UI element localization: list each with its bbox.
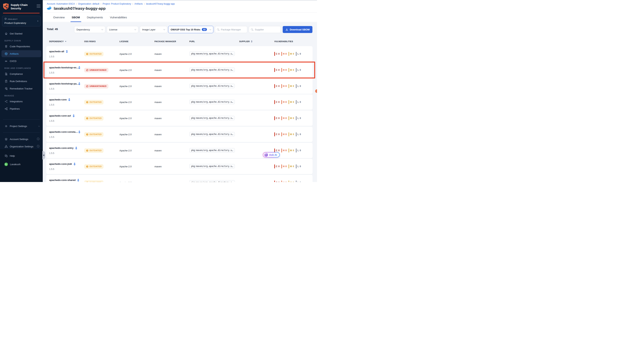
package-manager-input[interactable] xyxy=(221,28,245,31)
sidebar-item-rule-definitions[interactable]: Rule Definitions xyxy=(2,78,41,85)
dependency-name[interactable]: apacheds-bootstrap-ex… xyxy=(49,66,77,69)
dependency-name[interactable]: apacheds-core-avl xyxy=(49,114,71,117)
purl-chip[interactable]: pkg:maven/org.apache.directory.s… xyxy=(189,84,235,88)
sidebar-item-integrations[interactable]: Integrations xyxy=(2,98,41,105)
brand-divider xyxy=(3,13,40,14)
page-title: lavakush07/easy-buggy-app xyxy=(54,6,106,11)
table-row[interactable]: apacheds-core1.5.5OUTDATEDApache-2.0mave… xyxy=(46,94,312,110)
dependency-name[interactable]: apacheds-all xyxy=(49,50,64,53)
breadcrumb-link[interactable]: Organization: default xyxy=(78,2,99,5)
purl-chip[interactable]: pkg:maven/org.apache.directory.s… xyxy=(189,52,235,56)
severity-m-count: M0 xyxy=(288,148,294,152)
dependency-name[interactable]: apacheds-core-consta… xyxy=(49,130,77,133)
owasp-risks-filter[interactable]: OWASP OSS Top 10 Risks 02 xyxy=(168,26,213,33)
sidebar-item-account-settings[interactable]: Account Settingsⓘ xyxy=(2,136,41,142)
sort-icon xyxy=(251,40,252,42)
column-header-supplier[interactable]: SUPPLIER xyxy=(239,40,274,42)
column-header-dependency[interactable]: DEPENDENCY xyxy=(49,40,84,42)
module-grid-icon[interactable] xyxy=(37,4,40,8)
filter-image-layer[interactable]: Image Layer xyxy=(140,26,167,33)
sidebar-item-label: CI/CD xyxy=(10,60,17,62)
purl-chip[interactable]: pkg:maven/org.apache.directory.s… xyxy=(189,116,235,120)
table-row[interactable]: apacheds-core-avl1.5.5OUTDATEDApache-2.0… xyxy=(46,110,312,126)
package-manager-value: maven xyxy=(154,69,189,72)
tab-deployments[interactable]: Deployments xyxy=(87,12,103,22)
sidebar-item-get-started[interactable]: Get Started xyxy=(2,30,41,37)
severity-l-count: L0 xyxy=(296,84,301,88)
table-row[interactable]: apacheds-core-shared1.5.5OUTDATEDApache-… xyxy=(46,175,312,182)
sidebar-item-artifacts[interactable]: Artifacts xyxy=(2,50,41,57)
oss-risk-badge: OUTDATED xyxy=(84,180,104,182)
sidebar-footer: Help L Lavakush xyxy=(0,150,43,182)
breadcrumb-link[interactable]: Project: Product Exploratory xyxy=(103,2,131,5)
breadcrumb-link[interactable]: lavakush07/easy-buggy-app xyxy=(146,2,175,5)
purl-chip[interactable]: pkg:maven/org.apache.directory.s… xyxy=(189,148,235,152)
sidebar-item-help[interactable]: Help xyxy=(2,152,41,159)
sidebar-item-project-settings[interactable]: Project Settings› xyxy=(2,122,41,130)
column-label: VULNERABILITIES xyxy=(274,40,293,42)
sidebar-item-label: Account Settings xyxy=(10,138,28,140)
table-row[interactable]: apacheds-bootstrap-ex…1.5.5UNMAINTAINEDA… xyxy=(46,62,312,78)
purl-chip[interactable]: pkg:maven/org.apache.directory.s… xyxy=(189,180,235,182)
download-icon xyxy=(285,28,288,31)
sidebar: Supply Chain Security PROJECT Product Ex… xyxy=(0,0,43,182)
sidebar-item-label: Compliance xyxy=(10,72,23,75)
table-row[interactable]: apacheds-bootstrap-pa…1.5.5UNMAINTAINEDA… xyxy=(46,78,312,94)
image-layers-icon xyxy=(78,66,81,69)
severity-m-count: M0 xyxy=(288,84,294,88)
oss-risk-badge: OUTDATED xyxy=(84,52,104,56)
dependency-version: 1.5.5 xyxy=(49,136,84,138)
table-row[interactable]: apacheds-all1.5.5OUTDATEDApache-2.0maven… xyxy=(46,46,312,62)
table-row[interactable]: apacheds-core-consta…1.5.5OUTDATEDApache… xyxy=(46,127,312,142)
column-label: DEPENDENCY xyxy=(49,40,64,42)
breadcrumb-link[interactable]: Artifacts xyxy=(134,2,143,5)
project-cube-icon xyxy=(5,18,7,21)
purl-chip[interactable]: pkg:maven/org.apache.directory.s… xyxy=(189,164,235,168)
sidebar-item-remediation-tracker[interactable]: Remediation Tracker xyxy=(2,85,41,92)
filter-bar: DependencyLicenseImage Layer xyxy=(74,26,167,33)
sidebar-collapse-handle[interactable] xyxy=(42,151,45,160)
project-selector[interactable]: PROJECT Product Exploratory › xyxy=(2,16,41,26)
image-layers-icon xyxy=(78,82,81,85)
sidebar-item-ci-cd[interactable]: ∞CI/CD xyxy=(2,58,41,64)
severity-l-count: L0 xyxy=(296,100,301,104)
supplier-input[interactable] xyxy=(255,28,279,31)
download-sbom-button[interactable]: Download SBOM xyxy=(283,26,312,33)
sidebar-item-organization-settings[interactable]: Organization Settingsⓘ xyxy=(2,143,41,150)
chevron-down-icon xyxy=(163,28,165,30)
risk-icon xyxy=(86,117,88,120)
severity-m-count: M0 xyxy=(288,132,294,136)
sidebar-item-pipelines[interactable]: Pipelines xyxy=(2,105,41,112)
table-row[interactable]: apacheds-core-jndi1.5.5OUTDATEDApache-2.… xyxy=(46,159,312,174)
dependency-name[interactable]: apacheds-core-jndi xyxy=(49,162,72,165)
package-manager-value: maven xyxy=(154,101,189,104)
tab-vulnerabilities[interactable]: Vulnerabilities xyxy=(110,12,127,22)
purl-chip[interactable]: pkg:maven/org.apache.directory.s… xyxy=(189,100,235,104)
sidebar-item-compliance[interactable]: Compliance xyxy=(2,70,41,77)
tab-overview[interactable]: Overview xyxy=(53,12,65,22)
breadcrumb-link[interactable]: Account: Automation-SSCA xyxy=(47,2,75,5)
severity-l-count: L0 xyxy=(296,132,301,136)
ask-ai-button[interactable]: Ask AI xyxy=(263,152,280,158)
dependency-name[interactable]: apacheds-core-shared xyxy=(49,179,76,182)
severity-m-count: M0 xyxy=(288,68,294,72)
doc-icon xyxy=(5,72,8,76)
docker-icon xyxy=(47,6,52,11)
dependency-name[interactable]: apacheds-core-entry xyxy=(49,147,74,150)
user-menu[interactable]: L Lavakush xyxy=(2,161,41,168)
layers-icon xyxy=(5,138,8,141)
severity-c-count: C0 xyxy=(274,100,279,104)
dependency-name[interactable]: apacheds-core xyxy=(49,98,67,101)
sidebar-item-code-repositories[interactable]: Code Repositories xyxy=(2,43,41,50)
purl-chip[interactable]: pkg:maven/org.apache.directory.s… xyxy=(189,68,235,72)
dependency-name[interactable]: apacheds-bootstrap-pa… xyxy=(49,82,77,85)
tab-sbom[interactable]: SBOM xyxy=(72,12,80,22)
sidebar-item-label: Code Repositories xyxy=(10,45,30,48)
purl-chip[interactable]: pkg:maven/org.apache.directory.s… xyxy=(189,132,235,136)
oss-risk-badge: OUTDATED xyxy=(84,148,104,153)
ai-assistant-icon xyxy=(264,153,268,157)
filter-dependency[interactable]: Dependency xyxy=(74,26,105,33)
sidebar-item-label: Pipelines xyxy=(10,108,20,110)
vulnerability-counts: C0H0M0L0 xyxy=(274,164,312,168)
filter-license[interactable]: License xyxy=(107,26,138,33)
